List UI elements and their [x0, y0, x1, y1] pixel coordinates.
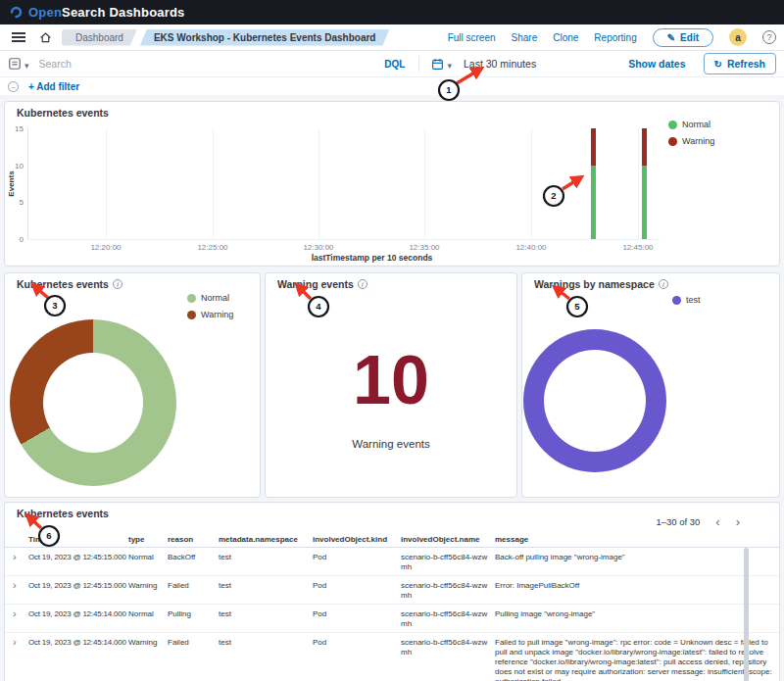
- column-header-type[interactable]: type: [128, 535, 166, 544]
- bar-normal-segment: [642, 166, 647, 239]
- column-header-name[interactable]: involvedObject.name: [401, 535, 493, 544]
- edit-button-label: Edit: [680, 32, 699, 43]
- breadcrumb-dashboard[interactable]: Dashboard: [62, 29, 137, 46]
- cell-message: Pulling image "wrong-image": [495, 609, 773, 619]
- panel-title-text: Warning events: [277, 278, 354, 290]
- saved-query-menu[interactable]: [8, 55, 39, 73]
- nav-actions: Full screen Share Clone Reporting Edit a: [448, 28, 776, 47]
- column-header-kind[interactable]: involvedObject.kind: [313, 535, 399, 544]
- menu-icon[interactable]: [12, 32, 25, 42]
- cell-type: Normal: [128, 609, 166, 619]
- clone-link[interactable]: Clone: [553, 32, 578, 43]
- events-donut-chart[interactable]: [10, 319, 176, 486]
- gridline: [424, 128, 425, 239]
- column-header-namespace[interactable]: metadata.namespace: [219, 535, 311, 544]
- date-picker-button[interactable]: [427, 55, 456, 73]
- table-row[interactable]: Oct 19, 2023 @ 12:45:14.000 Normal Pulli…: [5, 605, 780, 633]
- row-expand-icon[interactable]: [13, 581, 26, 589]
- cell-message: Back-off pulling image "wrong-image": [495, 553, 773, 562]
- time-range-value[interactable]: Last 30 minutes: [464, 58, 620, 70]
- bar-warning-segment: [591, 128, 596, 166]
- cell-name: scenario-b-cff56c84-wzwmh: [401, 609, 493, 629]
- pagination: 1–30 of 30: [656, 516, 740, 527]
- legend-label: test: [686, 295, 701, 305]
- table-row[interactable]: Oct 19, 2023 @ 12:45:15.000 Warning Fail…: [5, 576, 780, 605]
- donut-hole: [43, 353, 143, 453]
- cell-name: scenario-b-cff56c84-wzwmh: [401, 638, 493, 657]
- column-header-message[interactable]: message: [495, 535, 773, 544]
- cell-namespace: test: [219, 609, 311, 619]
- cell-time: Oct 19, 2023 @ 12:45:15.000: [28, 553, 126, 562]
- edit-button[interactable]: Edit: [653, 28, 713, 47]
- y-tick: 0: [5, 235, 24, 244]
- table-row[interactable]: Oct 19, 2023 @ 12:45:14.000 Warning Fail…: [5, 633, 780, 681]
- pencil-icon: [667, 32, 675, 43]
- legend-dot: [187, 311, 196, 319]
- cell-name: scenario-b-cff56c84-wzwmh: [401, 553, 493, 572]
- stacked-bar[interactable]: [591, 128, 596, 239]
- filter-bar: + Add filter: [0, 77, 784, 95]
- legend-item-normal[interactable]: Normal: [668, 120, 714, 129]
- panel-title[interactable]: Kubernetes events: [5, 102, 779, 119]
- row-expand-icon[interactable]: [13, 609, 26, 617]
- cell-reason: Failed: [168, 638, 217, 648]
- legend-item-warning[interactable]: Warning: [668, 136, 714, 146]
- metric-label: Warning events: [266, 438, 516, 450]
- gridline: [213, 128, 214, 239]
- column-header-time[interactable]: Time: [28, 535, 126, 544]
- divider: [418, 56, 419, 72]
- info-icon[interactable]: [358, 279, 368, 289]
- panel-title[interactable]: Warning events: [266, 273, 516, 290]
- page-previous-icon[interactable]: [715, 517, 719, 527]
- cell-type: Warning: [128, 581, 166, 591]
- namespace-donut-chart[interactable]: [523, 329, 666, 472]
- page-next-icon[interactable]: [736, 517, 740, 527]
- legend-dot: [672, 296, 681, 305]
- filter-options-icon[interactable]: [8, 81, 19, 92]
- gridline: [106, 128, 107, 239]
- panel-title-text: Warnings by namespace: [534, 278, 655, 290]
- donut-hole: [544, 350, 646, 452]
- home-icon[interactable]: [39, 31, 52, 44]
- legend-item-test[interactable]: test: [672, 295, 701, 305]
- x-tick: 12:40:00: [502, 243, 561, 252]
- info-icon[interactable]: [113, 279, 122, 289]
- table-scrollbar[interactable]: [744, 548, 749, 681]
- stacked-bar[interactable]: [642, 128, 647, 239]
- add-filter-link[interactable]: + Add filter: [28, 81, 79, 92]
- row-expand-icon[interactable]: [13, 553, 26, 560]
- breadcrumb-current-dashboard[interactable]: EKS Workshop - Kubernetes Events Dashboa…: [140, 29, 390, 46]
- panel-title[interactable]: Warnings by namespace: [522, 273, 779, 290]
- timeline-legend: Normal Warning: [668, 120, 714, 146]
- gridline: [318, 128, 319, 239]
- reporting-link[interactable]: Reporting: [594, 32, 636, 43]
- row-expand-icon[interactable]: [13, 638, 26, 646]
- info-icon[interactable]: [659, 279, 668, 289]
- show-dates-link[interactable]: Show dates: [628, 58, 685, 70]
- legend-dot: [187, 294, 196, 303]
- cell-time: Oct 19, 2023 @ 12:45:14.000: [28, 638, 126, 648]
- logo-open: Open: [28, 5, 62, 20]
- cell-message: Failed to pull image "wrong-image": rpc …: [495, 638, 773, 681]
- help-icon[interactable]: [762, 30, 776, 44]
- full-screen-link[interactable]: Full screen: [448, 32, 496, 43]
- avatar[interactable]: a: [729, 28, 747, 46]
- refresh-button[interactable]: Refresh: [704, 53, 777, 74]
- column-header-reason[interactable]: reason: [168, 535, 217, 544]
- cell-message: Error: ImagePullBackOff: [495, 581, 773, 591]
- y-tick: 10: [5, 162, 24, 170]
- cell-name: scenario-b-cff56c84-wzwmh: [401, 581, 493, 601]
- legend-item-warning[interactable]: Warning: [187, 310, 233, 319]
- legend-dot: [668, 121, 677, 129]
- table-row[interactable]: Oct 19, 2023 @ 12:45:15.000 Normal BackO…: [5, 548, 780, 576]
- query-language-button[interactable]: DQL: [384, 59, 411, 70]
- search-input[interactable]: [39, 58, 385, 70]
- panel-title[interactable]: Kubernetes events: [5, 273, 260, 290]
- cell-reason: Failed: [168, 581, 217, 591]
- share-link[interactable]: Share: [512, 32, 538, 43]
- cell-reason: Pulling: [168, 609, 217, 619]
- calendar-icon: [431, 58, 444, 71]
- opensearch-logo-icon: [10, 6, 23, 19]
- legend-dot: [668, 137, 677, 146]
- legend-item-normal[interactable]: Normal: [187, 293, 233, 303]
